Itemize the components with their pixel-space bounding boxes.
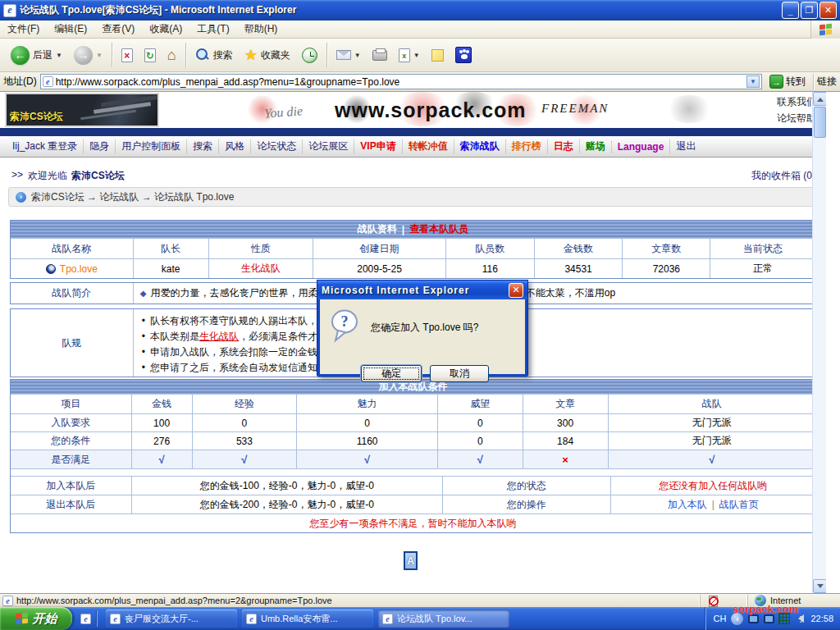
team-leader: kate [134, 258, 209, 278]
breadcrumb-path[interactable]: 索沛CS论坛 → 论坛战队 → 论坛战队 Tpo.love [31, 190, 234, 204]
vertical-scrollbar[interactable] [812, 92, 826, 593]
anchor-button[interactable]: A [404, 551, 418, 570]
search-button[interactable]: 搜索 [189, 41, 239, 69]
edit-dropdown-icon[interactable]: ▼ [413, 52, 420, 59]
satisfy-prestige-mark: √ [438, 450, 523, 468]
paw-plugin-button[interactable] [450, 41, 477, 69]
start-button[interactable]: 开始 [0, 607, 72, 630]
task-button-zombie-hall[interactable]: e 丧尸服交流大厅-... [106, 609, 237, 628]
menu-file[interactable]: 文件(F) [0, 22, 47, 36]
biochem-team-link[interactable]: 生化战队 [199, 331, 239, 342]
team-home-link[interactable]: 战队首页 [719, 498, 759, 512]
nav-invisible[interactable]: 隐身 [83, 139, 115, 153]
task-button-clan-page[interactable]: e 论坛战队 Tpo.lov... [378, 609, 509, 628]
forum-nav-bar: Iij_Jack 重登录 隐身 用户控制面板 搜索 风格 论坛状态 论坛展区 V… [0, 136, 826, 158]
nav-forum-status[interactable]: 论坛状态 [250, 139, 302, 153]
nav-user-panel[interactable]: 用户控制面板 [115, 139, 186, 153]
yours-clan: 无门无派 [609, 431, 815, 450]
scroll-up-button[interactable] [813, 92, 826, 106]
nav-forum-zone[interactable]: 论坛展区 [302, 139, 354, 153]
address-dropdown-icon[interactable]: ▼ [746, 75, 760, 88]
cancel-button[interactable]: 取消 [430, 365, 489, 382]
address-input[interactable]: e http://www.sorpack.com/plus_menpai_add… [40, 74, 762, 89]
join-conditions-table: 加入本战队条件 项目 金钱 经验 魅力 威望 文章 战队 入队要求 100 0 … [10, 379, 816, 533]
nav-ranking[interactable]: 排行榜 [505, 139, 547, 153]
nav-language[interactable]: Language [611, 141, 670, 153]
close-button[interactable]: ✕ [819, 2, 837, 19]
scrollbar-thumb[interactable] [814, 107, 826, 138]
dialog-title-bar: Microsoft Internet Explorer ✕ [317, 281, 527, 299]
restore-button[interactable]: ❐ [801, 2, 818, 19]
menu-help[interactable]: 帮助(H) [237, 22, 285, 36]
col-members: 队员数 [446, 238, 535, 258]
forum-help-link[interactable]: 论坛帮助 [777, 110, 816, 126]
forum-name[interactable]: 索沛CS论坛 [71, 169, 125, 184]
nav-blog[interactable]: 日志 [547, 139, 579, 153]
quick-launch-ie-icon[interactable]: e [80, 614, 91, 624]
nav-search[interactable]: 搜索 [186, 139, 218, 153]
banner-links: 联系我们 论坛帮助 [777, 94, 816, 126]
join-after-label: 加入本队后 [11, 476, 132, 495]
your-action-label: 您的操作 [443, 495, 611, 514]
ok-button[interactable]: 确定 [361, 365, 422, 382]
link-divider: | [712, 499, 714, 510]
menu-tools[interactable]: 工具(T) [189, 22, 236, 36]
svg-text:?: ? [341, 313, 349, 330]
refresh-button[interactable]: ↻ [139, 41, 162, 69]
watermark-text: sorpack.com [733, 603, 798, 615]
back-dropdown-icon[interactable]: ▼ [56, 52, 62, 59]
satisfy-clan-mark: √ [609, 450, 815, 468]
nav-style[interactable]: 风格 [218, 139, 250, 153]
nav-transfer[interactable]: 转帐冲值 [402, 139, 454, 153]
join-team-link[interactable]: 加入本队 [668, 498, 707, 512]
favorites-button[interactable]: ★ 收藏夹 [239, 41, 296, 69]
quit-after-label: 退出本队后 [11, 495, 132, 514]
forward-button[interactable]: → ▼ [68, 41, 108, 69]
links-label[interactable]: 链接 [817, 75, 837, 89]
your-status-label: 您的状态 [443, 476, 611, 495]
nav-vip[interactable]: VIP申请 [354, 139, 401, 153]
col-posts: 文章数 [623, 238, 710, 258]
view-members-link[interactable]: 查看本队队员 [409, 222, 468, 236]
scroll-down-button[interactable] [813, 579, 826, 593]
task-button-umbrella[interactable]: e Umb.Rella安布雷... [242, 609, 373, 628]
language-indicator[interactable]: CH [714, 614, 727, 623]
nav-clans[interactable]: 索沛战队 [454, 139, 505, 153]
dialog-close-button[interactable]: ✕ [509, 283, 523, 298]
go-button[interactable]: → 转到 [765, 74, 810, 89]
nav-casino[interactable]: 赌场 [579, 139, 611, 153]
welcome-line: >> 欢迎光临 索沛CS论坛 我的收件箱 (0) [11, 169, 815, 184]
minimize-button[interactable]: _ [782, 2, 799, 19]
contact-us-link[interactable]: 联系我们 [777, 94, 816, 110]
menu-view[interactable]: 查看(V) [94, 22, 142, 36]
popup-blocked-icon[interactable] [707, 595, 719, 606]
edit-button[interactable]: x▼ [393, 41, 426, 69]
nav-logout[interactable]: 退出 [669, 139, 701, 153]
nav-relogin[interactable]: Iij_Jack 重登录 [7, 139, 83, 153]
print-button[interactable] [367, 41, 393, 69]
volume-icon[interactable] [794, 614, 804, 623]
team-icon [46, 264, 56, 274]
banner-you-die-text: You die [263, 103, 303, 121]
yours-label: 您的条件 [11, 431, 132, 450]
col-clan: 战队 [609, 394, 815, 413]
home-button[interactable]: ⌂ [162, 41, 182, 69]
yours-row: 您的条件 276 533 1160 0 184 无门无派 [11, 431, 815, 450]
stop-button[interactable]: × [116, 41, 139, 69]
rifle-graphic [94, 102, 151, 114]
network-icon[interactable] [748, 614, 759, 623]
mail-button[interactable]: ▼ [331, 41, 367, 69]
home-icon: ⌂ [167, 47, 176, 64]
mail-dropdown-icon[interactable]: ▼ [354, 52, 361, 59]
menu-favorites[interactable]: 收藏(A) [142, 22, 189, 36]
messenger-button[interactable] [426, 41, 450, 69]
network-icon-2[interactable] [764, 614, 774, 623]
team-name-link[interactable]: Tpo.love [60, 263, 98, 275]
your-status-value: 您还没有加入任何战队哟 [611, 476, 815, 495]
menu-edit[interactable]: 编辑(E) [47, 22, 94, 36]
window-title: 论坛战队 Tpo.love[索沛CS论坛] - Microsoft Intern… [20, 3, 780, 17]
inbox-link[interactable]: 我的收件箱 (0) [751, 169, 815, 184]
back-button[interactable]: ← 后退 ▼ [5, 41, 68, 69]
history-button[interactable] [296, 41, 323, 69]
paw-icon [455, 47, 472, 63]
